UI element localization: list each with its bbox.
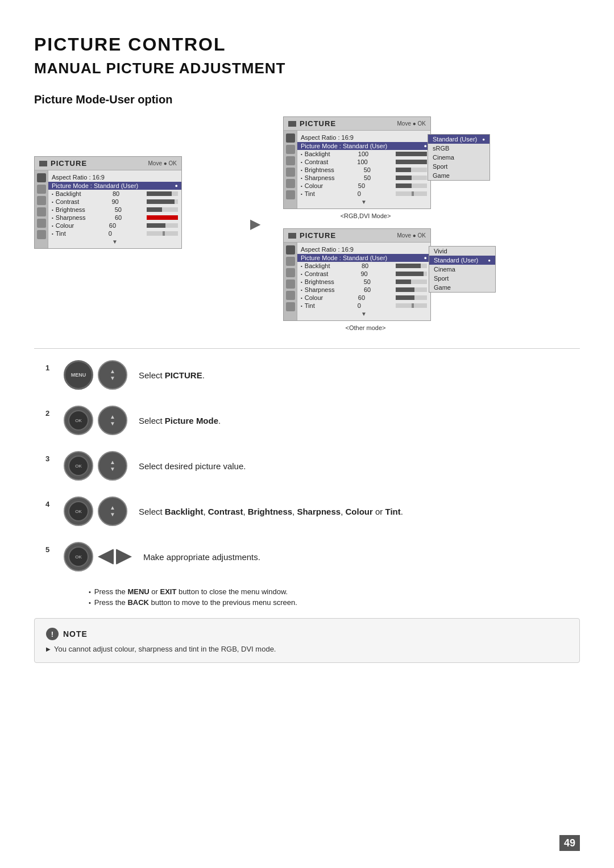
left-picture-mode-row[interactable]: Picture Mode : Standard (User) ● xyxy=(48,182,181,190)
step-2-nav-ring[interactable]: ▲ ▼ xyxy=(98,406,127,435)
left-sharpness-row[interactable]: • Sharpness 60 xyxy=(48,214,181,222)
rb-picture-mode-row[interactable]: Picture Mode : Standard (User) ● xyxy=(297,254,430,262)
step-3-ok-ring[interactable]: OK xyxy=(64,451,93,481)
rb-sidebar-icon-5 xyxy=(286,291,295,300)
step-5-row: 5 OK Make appropriate adjustments. xyxy=(45,542,569,571)
left-sharpness-label: • Sharpness xyxy=(52,214,85,221)
left-colour-row[interactable]: • Colour 60 xyxy=(48,222,181,229)
rb-brightness-row[interactable]: • Brightness 50 xyxy=(297,278,430,286)
rt-sharpness-bar xyxy=(396,176,427,180)
rt-dropdown-sport[interactable]: Sport xyxy=(428,162,489,171)
step-4-text: Select Backlight, Contrast, Brightness, … xyxy=(139,507,569,516)
left-colour-value: 60 xyxy=(102,222,116,229)
rb-dropdown[interactable]: Vivid Standard (User) Cinema Sport Game xyxy=(429,246,496,293)
rt-sidebar-icon-3 xyxy=(286,156,295,165)
step-5-num: 5 xyxy=(45,545,52,554)
bullet-dot-1: • xyxy=(89,589,91,595)
step-3-nav-ring[interactable]: ▲ ▼ xyxy=(98,451,127,481)
step-4-nav-ring[interactable]: ▲ ▼ xyxy=(98,496,127,526)
divider xyxy=(34,348,580,349)
step-5-buttons: OK xyxy=(64,542,132,571)
rt-contrast-row[interactable]: • Contrast 100 xyxy=(297,158,430,166)
left-aspect-ratio-text: Aspect Ratio : 16:9 xyxy=(52,174,105,181)
sidebar-icon-5 xyxy=(37,219,46,228)
rb-dropdown-game[interactable]: Game xyxy=(429,283,495,292)
left-backlight-value: 80 xyxy=(106,190,119,197)
step-4-buttons: OK ▲ ▼ xyxy=(64,496,127,526)
rt-backlight-row[interactable]: • Backlight 100 xyxy=(297,150,430,158)
rb-dropdown-cinema[interactable]: Cinema xyxy=(429,265,495,274)
rb-contrast-row[interactable]: • Contrast 90 xyxy=(297,270,430,278)
menu-icon-rt xyxy=(288,121,296,127)
rb-dropdown-sport[interactable]: Sport xyxy=(429,274,495,283)
step-1-up-arrow: ▲ xyxy=(110,369,115,374)
step-4-row: 4 OK ▲ ▼ Select Backlight, Contrast, Bri… xyxy=(45,496,569,526)
step-5-text: Make appropriate adjustments. xyxy=(143,552,569,562)
page-number: 49 xyxy=(559,835,580,851)
rb-picture-mode-label: Picture Mode : Standard (User) xyxy=(301,254,387,261)
rt-backlight-value: 100 xyxy=(355,151,368,157)
rt-dropdown-srgb[interactable]: sRGB xyxy=(428,144,489,153)
left-backlight-row[interactable]: • Backlight 80 xyxy=(48,190,181,198)
right-top-menu-header: PICTURE Move ● OK xyxy=(284,117,430,131)
menu-button[interactable]: MENU xyxy=(64,360,93,390)
step-1-num: 1 xyxy=(45,364,52,372)
step-4-ok-btn[interactable]: OK xyxy=(68,501,89,521)
rt-tint-row[interactable]: • Tint 0 xyxy=(297,190,430,198)
step-5-right-arrow[interactable] xyxy=(116,549,132,565)
right-bottom-menu-body: Aspect Ratio : 16:9 Picture Mode : Stand… xyxy=(284,243,430,320)
rb-sharpness-row[interactable]: • Sharpness 60 xyxy=(297,286,430,294)
rb-backlight-row[interactable]: • Backlight 80 xyxy=(297,262,430,270)
rt-dropdown-cinema[interactable]: Cinema xyxy=(428,153,489,162)
rt-brightness-value: 50 xyxy=(357,166,371,173)
rb-menu-content: Aspect Ratio : 16:9 Picture Mode : Stand… xyxy=(297,243,430,320)
rb-tint-value: 0 xyxy=(347,302,361,309)
step-5-ok-btn[interactable]: OK xyxy=(68,546,89,567)
rb-tint-row[interactable]: • Tint 0 xyxy=(297,302,430,310)
rt-caption: <RGB,DVI Mode> xyxy=(283,212,448,219)
left-menu-header: PICTURE Move ● OK xyxy=(35,157,181,170)
note-section: ! NOTE You cannot adjust colour, sharpne… xyxy=(34,618,580,663)
rb-sharpness-value: 60 xyxy=(357,286,371,293)
rb-tint-bar xyxy=(396,303,427,308)
step-4-ok-ring[interactable]: OK xyxy=(64,496,93,526)
rt-colour-label: • Colour xyxy=(301,182,323,189)
left-contrast-row[interactable]: • Contrast 90 xyxy=(48,198,181,206)
rt-dropdown-standard[interactable]: Standard (User) xyxy=(428,135,489,144)
section-subtitle: MANUAL PICTURE ADJUSTMENT xyxy=(34,60,580,77)
step-3-ok-btn[interactable]: OK xyxy=(68,456,89,476)
rt-sharpness-row[interactable]: • Sharpness 50 xyxy=(297,174,430,182)
rb-dropdown-vivid[interactable]: Vivid xyxy=(429,247,495,256)
step-1-nav-ring[interactable]: ▲ ▼ xyxy=(98,360,127,390)
left-tint-row[interactable]: • Tint 0 xyxy=(48,229,181,237)
step-2-ok-btn[interactable]: OK xyxy=(68,410,89,431)
rt-picture-mode-row[interactable]: Picture Mode : Standard (User) ● xyxy=(297,142,430,150)
note-text: You cannot adjust colour, sharpness and … xyxy=(46,645,568,653)
left-menu-title: PICTURE xyxy=(39,159,87,168)
rb-colour-row[interactable]: • Colour 60 xyxy=(297,294,430,302)
left-panel: PICTURE Move ● OK Aspe xyxy=(34,116,227,331)
step-1-down-arrow: ▼ xyxy=(110,375,115,381)
step-4-num: 4 xyxy=(45,500,52,508)
rb-backlight-label: • Backlight xyxy=(301,262,330,269)
rt-colour-row[interactable]: • Colour 50 xyxy=(297,182,430,190)
rt-sidebar-icon-5 xyxy=(286,179,295,188)
left-menu-sidebar xyxy=(35,170,48,248)
step-3-up-arrow: ▲ xyxy=(110,460,115,465)
step-5-ok-ring[interactable]: OK xyxy=(64,542,93,571)
rt-dropdown-game[interactable]: Game xyxy=(428,171,489,180)
sidebar-icon-2 xyxy=(37,185,46,194)
rb-backlight-value: 80 xyxy=(355,262,368,269)
note-title: NOTE xyxy=(63,629,88,639)
rt-colour-value: 50 xyxy=(351,182,365,189)
left-brightness-row[interactable]: • Brightness 50 xyxy=(48,206,181,214)
rt-brightness-row[interactable]: • Brightness 50 xyxy=(297,166,430,174)
sidebar-icon-6 xyxy=(37,230,46,239)
rb-dropdown-standard[interactable]: Standard (User) xyxy=(429,256,495,265)
rt-dropdown[interactable]: Standard (User) sRGB Cinema Sport Game xyxy=(428,134,490,181)
left-colour-label: • Colour xyxy=(52,222,74,229)
step-2-ok-ring[interactable]: OK xyxy=(64,406,93,435)
step-5-left-arrow[interactable] xyxy=(98,549,114,565)
rb-caption: <Other mode> xyxy=(283,324,448,331)
right-top-menu-content: Aspect Ratio : 16:9 Picture Mode : Stand… xyxy=(297,131,430,208)
